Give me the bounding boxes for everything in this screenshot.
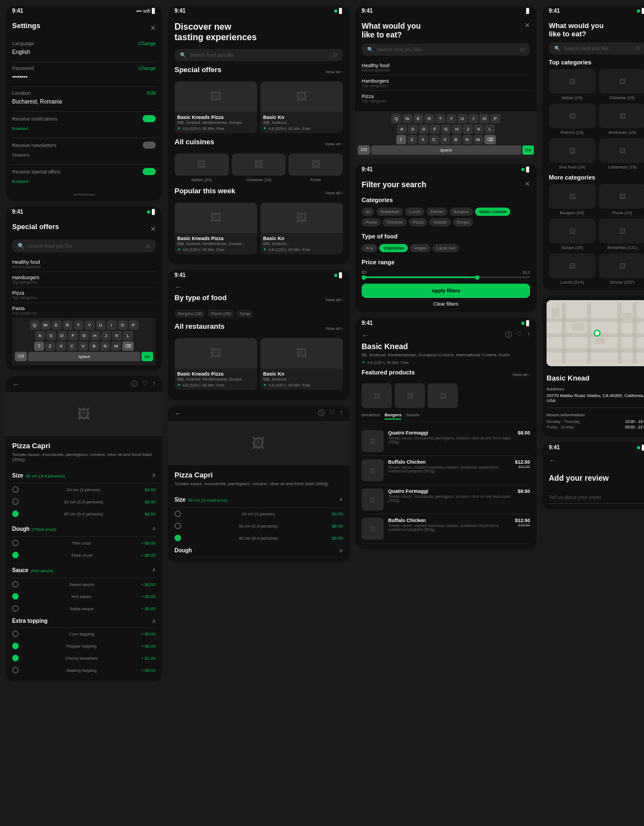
offer-card-2[interactable]: 🖼 Basic Kn $$$, Seafood... ★ 4.8 (320+) … xyxy=(260,81,343,133)
wek-item-1[interactable]: Healthy food Recent searches xyxy=(362,60,530,75)
cat-chinese[interactable]: Chinese xyxy=(383,218,406,226)
key-p[interactable]: P xyxy=(129,320,139,330)
key-g[interactable]: G xyxy=(79,331,89,340)
key-e[interactable]: E xyxy=(52,320,62,330)
heart-icon-1[interactable]: ♡ xyxy=(142,379,148,389)
radio-32[interactable] xyxy=(12,498,19,505)
recent-item-4[interactable]: Pasta Top categories xyxy=(12,303,156,318)
price-thumb-left[interactable] xyxy=(362,275,366,280)
notif-toggle[interactable] xyxy=(143,115,156,122)
special-offers-view-all[interactable]: View all › xyxy=(325,69,343,74)
k2-t[interactable]: T xyxy=(435,114,445,123)
key-q[interactable]: Q xyxy=(30,320,40,330)
radio-40[interactable] xyxy=(12,510,19,517)
key-i[interactable]: I xyxy=(107,320,117,330)
heart-icon-rd[interactable]: ♡ xyxy=(516,330,522,340)
cat-burgers[interactable]: Burgers xyxy=(450,208,473,216)
k2-d[interactable]: D xyxy=(419,124,429,134)
heart-icon-2[interactable]: ♡ xyxy=(329,409,335,418)
key-a[interactable]: A xyxy=(35,331,45,340)
cat-all[interactable]: All xyxy=(362,208,374,216)
radio-24[interactable] xyxy=(12,486,19,493)
k2-r[interactable]: R xyxy=(424,114,434,123)
wec-filter-icon[interactable]: ⊟ xyxy=(636,46,640,51)
type-soup[interactable]: Soup xyxy=(236,309,253,318)
close-icon-3[interactable]: ✕ xyxy=(525,21,530,39)
popular-card-2[interactable]: 🖼 Basic Kn $$$, Seafood... ★ 4.8 (120+) … xyxy=(260,203,343,254)
location-edit[interactable]: Edit xyxy=(147,90,156,96)
k2-space[interactable]: space xyxy=(371,145,522,155)
k2-w[interactable]: W xyxy=(402,114,412,123)
dough-section[interactable]: Dough (Thick crust) ∧ xyxy=(12,520,156,537)
k2-y[interactable]: Y xyxy=(446,114,456,123)
k2-x[interactable]: X xyxy=(418,135,428,144)
k2-b[interactable]: B xyxy=(451,135,461,144)
password-change[interactable]: Change xyxy=(138,66,156,71)
special-toggle[interactable] xyxy=(143,168,156,175)
k2-i[interactable]: I xyxy=(468,114,478,123)
cat-seafood-top[interactable]: 🖼 Sea food (24) xyxy=(549,138,596,170)
key-s[interactable]: S xyxy=(46,331,56,340)
k2-h[interactable]: H xyxy=(452,124,462,134)
type-pizza[interactable]: Pizza (29) xyxy=(208,309,234,318)
type-lacto[interactable]: Lacto ovo xyxy=(433,244,460,252)
k2-p[interactable]: P xyxy=(490,114,500,123)
k2-n[interactable]: N xyxy=(462,135,472,144)
key-w[interactable]: W xyxy=(41,320,51,330)
back-icon-1[interactable]: ← xyxy=(12,380,20,389)
cat-french-top[interactable]: 🖼 French (24) xyxy=(549,104,596,135)
feat-img-2[interactable]: 🖼 xyxy=(395,383,425,408)
radio-sweet[interactable] xyxy=(12,581,19,588)
radio-salsa[interactable] xyxy=(12,605,19,612)
cat-lunch-more[interactable]: 🖼 Lunch (214) xyxy=(549,253,596,285)
cat-lebanese-top[interactable]: 🖼 Lebanese (19) xyxy=(599,138,644,170)
key-d[interactable]: D xyxy=(57,331,67,340)
info-icon-2[interactable]: ⓘ xyxy=(318,409,325,418)
key-t[interactable]: T xyxy=(74,320,84,330)
radio-thick[interactable] xyxy=(12,552,19,558)
wek-item-2[interactable]: Hamburgers Top categories xyxy=(362,75,530,91)
special-search-bar[interactable]: 🔍 Search food you like ⊟ xyxy=(12,240,156,252)
k2-c[interactable]: C xyxy=(429,135,439,144)
radio-salamy[interactable] xyxy=(12,667,19,673)
sauce-section[interactable]: Sauce (Hot sauce) ∧ xyxy=(12,561,156,578)
close-icon-filter[interactable]: ✕ xyxy=(525,180,530,189)
k2-del[interactable]: ⌫ xyxy=(484,135,496,144)
key-o[interactable]: O xyxy=(118,320,128,330)
product-item-3[interactable]: 🖼 Quatro Formaggi Tomato sauce, mozzarel… xyxy=(362,485,530,514)
k2-shift[interactable]: ⇧ xyxy=(396,135,406,144)
newsletter-toggle[interactable] xyxy=(143,142,156,149)
product-item-4[interactable]: 🖼 Buffalo Chicken Tomato sauce, roasted … xyxy=(362,514,530,544)
k2-k[interactable]: K xyxy=(474,124,484,134)
type-veg[interactable]: Vegetarian xyxy=(379,244,408,252)
cat-soups[interactable]: Soups xyxy=(453,218,473,226)
featured-view-all[interactable]: View all › xyxy=(512,372,530,377)
type-any[interactable]: Any xyxy=(362,244,377,252)
key-r[interactable]: R xyxy=(63,320,73,330)
back-icon-rest[interactable]: ← xyxy=(174,282,182,291)
key-m[interactable]: M xyxy=(111,341,121,351)
size-section-2[interactable]: Size 40 cm (3-4 persons) ∧ xyxy=(174,491,343,508)
rest-card-1[interactable]: 🖼 Basic Kneads Pizza $$$, Seafood, Medit… xyxy=(174,338,257,390)
radio-hot[interactable] xyxy=(12,593,19,600)
key-z[interactable]: Z xyxy=(45,341,55,351)
price-thumb-right[interactable] xyxy=(475,275,479,280)
cat-breakfast[interactable]: Breakfast xyxy=(376,208,403,216)
cat-chinese-top[interactable]: 🖼 Chinese (19) xyxy=(599,69,644,100)
back-icon-review[interactable]: ← xyxy=(549,456,556,465)
cat-american-top[interactable]: 🖼 American (19) xyxy=(599,104,644,135)
radio-40b[interactable] xyxy=(174,535,181,541)
back-icon-rd[interactable]: ← xyxy=(362,331,369,340)
key-f[interactable]: F xyxy=(68,331,78,340)
popular-card-1[interactable]: 🖼 Basic Kneads Pizza $$$, Seafood, Medit… xyxy=(174,203,257,254)
tab-salads[interactable]: Salads xyxy=(406,412,419,420)
radio-corn[interactable] xyxy=(12,631,19,637)
k2-a[interactable]: A xyxy=(397,124,407,134)
key-go[interactable]: Go xyxy=(141,352,153,361)
discover-search-bar[interactable]: 🔍 Search food you like ⊟ xyxy=(174,49,343,61)
close-icon[interactable]: ✕ xyxy=(150,24,156,32)
key-y[interactable]: Y xyxy=(85,320,95,330)
cuisine-chinese[interactable]: 🖼 Chinese (19) xyxy=(232,154,286,182)
info-icon-1[interactable]: ⓘ xyxy=(131,379,138,389)
k2-l[interactable]: L xyxy=(485,124,495,134)
